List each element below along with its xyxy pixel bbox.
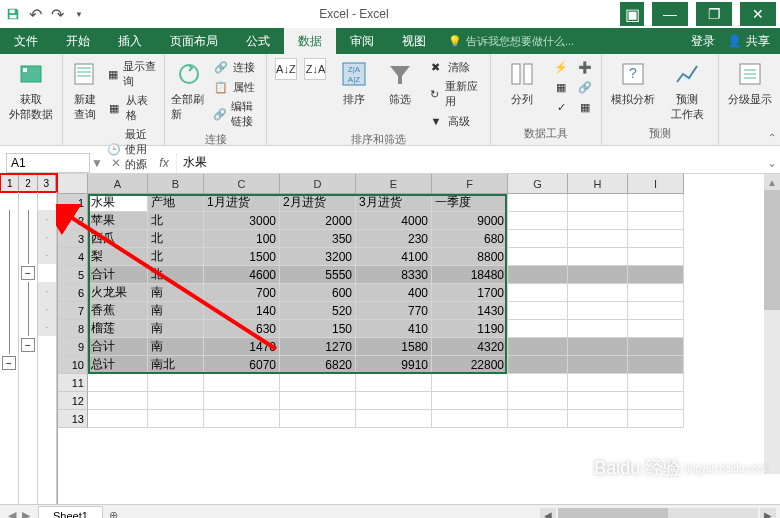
cell-E7[interactable]: 770	[356, 302, 432, 320]
col-header-H[interactable]: H	[568, 174, 628, 194]
cell-G5[interactable]	[508, 266, 568, 284]
cell-I4[interactable]	[628, 248, 684, 266]
row-header-12[interactable]: 12	[58, 392, 88, 410]
cell-H10[interactable]	[568, 356, 628, 374]
cell-D11[interactable]	[280, 374, 356, 392]
cell-A8[interactable]: 榴莲	[88, 320, 148, 338]
cell-C13[interactable]	[204, 410, 280, 428]
refresh-all-button[interactable]: 全部刷新	[171, 58, 207, 122]
cell-F13[interactable]	[432, 410, 508, 428]
cell-A7[interactable]: 香蕉	[88, 302, 148, 320]
cell-F12[interactable]	[432, 392, 508, 410]
tab-home[interactable]: 开始	[52, 28, 104, 54]
recent-sources-button[interactable]: 🕒最近使用的源	[105, 126, 158, 173]
cell-I3[interactable]	[628, 230, 684, 248]
cell-H12[interactable]	[568, 392, 628, 410]
cell-A9[interactable]: 合计	[88, 338, 148, 356]
cell-G9[interactable]	[508, 338, 568, 356]
cell-F8[interactable]: 1190	[432, 320, 508, 338]
cell-A3[interactable]: 西瓜	[88, 230, 148, 248]
collapse-ribbon-icon[interactable]: ⌃	[768, 132, 776, 143]
flash-fill-button[interactable]: ⚡	[551, 58, 571, 76]
cell-H5[interactable]	[568, 266, 628, 284]
col-header-B[interactable]: B	[148, 174, 204, 194]
save-icon[interactable]	[4, 5, 22, 23]
cell-C4[interactable]: 1500	[204, 248, 280, 266]
outline-level-1[interactable]: 1	[1, 175, 19, 191]
cell-D9[interactable]: 1270	[280, 338, 356, 356]
cell-D2[interactable]: 2000	[280, 212, 356, 230]
tab-view[interactable]: 视图	[388, 28, 440, 54]
cell-B6[interactable]: 南	[148, 284, 204, 302]
cell-D10[interactable]: 6820	[280, 356, 356, 374]
cell-F9[interactable]: 4320	[432, 338, 508, 356]
cell-I13[interactable]	[628, 410, 684, 428]
grid[interactable]: ABCDEFGHI 12345678910111213 水果产地1月进货2月进货…	[58, 174, 780, 504]
advanced-filter-button[interactable]: ▼高级	[426, 112, 484, 130]
sheet-tab-1[interactable]: Sheet1	[38, 506, 103, 519]
cell-E13[interactable]	[356, 410, 432, 428]
cell-E9[interactable]: 1580	[356, 338, 432, 356]
cell-C5[interactable]: 4600	[204, 266, 280, 284]
col-header-D[interactable]: D	[280, 174, 356, 194]
cell-F7[interactable]: 1430	[432, 302, 508, 320]
cell-F5[interactable]: 18480	[432, 266, 508, 284]
cell-I8[interactable]	[628, 320, 684, 338]
cell-B8[interactable]: 南	[148, 320, 204, 338]
cell-I11[interactable]	[628, 374, 684, 392]
row-header-7[interactable]: 7	[58, 302, 88, 320]
cell-G3[interactable]	[508, 230, 568, 248]
cell-H4[interactable]	[568, 248, 628, 266]
cell-F4[interactable]: 8800	[432, 248, 508, 266]
cell-I1[interactable]	[628, 194, 684, 212]
tell-me[interactable]: 💡告诉我您想要做什么...	[440, 28, 691, 54]
cell-B9[interactable]: 南	[148, 338, 204, 356]
cell-F11[interactable]	[432, 374, 508, 392]
cell-E3[interactable]: 230	[356, 230, 432, 248]
edit-links-button[interactable]: 🔗编辑链接	[211, 98, 260, 130]
cell-A12[interactable]	[88, 392, 148, 410]
get-external-data-button[interactable]: 获取 外部数据	[6, 58, 56, 122]
restore-button[interactable]: ❐	[696, 2, 732, 26]
cell-D5[interactable]: 5550	[280, 266, 356, 284]
cell-E2[interactable]: 4000	[356, 212, 432, 230]
select-all-corner[interactable]	[58, 174, 88, 194]
cell-G10[interactable]	[508, 356, 568, 374]
cell-G6[interactable]	[508, 284, 568, 302]
cell-B13[interactable]	[148, 410, 204, 428]
cell-A1[interactable]: 水果	[88, 194, 148, 212]
qat-dropdown-icon[interactable]: ▼	[70, 5, 88, 23]
cell-C12[interactable]	[204, 392, 280, 410]
ribbon-display-icon[interactable]: ▣	[620, 2, 644, 26]
outline-collapse-grand[interactable]: −	[2, 356, 16, 370]
cell-G13[interactable]	[508, 410, 568, 428]
cell-E11[interactable]	[356, 374, 432, 392]
row-header-5[interactable]: 5	[58, 266, 88, 284]
cell-H2[interactable]	[568, 212, 628, 230]
col-header-G[interactable]: G	[508, 174, 568, 194]
cell-I2[interactable]	[628, 212, 684, 230]
row-header-3[interactable]: 3	[58, 230, 88, 248]
cell-D13[interactable]	[280, 410, 356, 428]
outline-collapse-1[interactable]: −	[21, 266, 35, 280]
cell-D3[interactable]: 350	[280, 230, 356, 248]
cell-B4[interactable]: 北	[148, 248, 204, 266]
validation-button[interactable]: ✓	[551, 98, 571, 116]
remove-dup-button[interactable]: ▦	[551, 78, 571, 96]
cell-G1[interactable]	[508, 194, 568, 212]
cell-D4[interactable]: 3200	[280, 248, 356, 266]
cell-C11[interactable]	[204, 374, 280, 392]
cell-C8[interactable]: 630	[204, 320, 280, 338]
cell-A13[interactable]	[88, 410, 148, 428]
cell-D7[interactable]: 520	[280, 302, 356, 320]
cell-A5[interactable]: 合计	[88, 266, 148, 284]
hscroll-right-icon[interactable]: ▶	[760, 508, 776, 519]
outline-level-3[interactable]: 3	[38, 175, 56, 191]
login-link[interactable]: 登录	[691, 33, 715, 50]
row-header-8[interactable]: 8	[58, 320, 88, 338]
cell-H6[interactable]	[568, 284, 628, 302]
col-header-I[interactable]: I	[628, 174, 684, 194]
cell-A2[interactable]: 苹果	[88, 212, 148, 230]
cell-I7[interactable]	[628, 302, 684, 320]
cell-E1[interactable]: 3月进货	[356, 194, 432, 212]
